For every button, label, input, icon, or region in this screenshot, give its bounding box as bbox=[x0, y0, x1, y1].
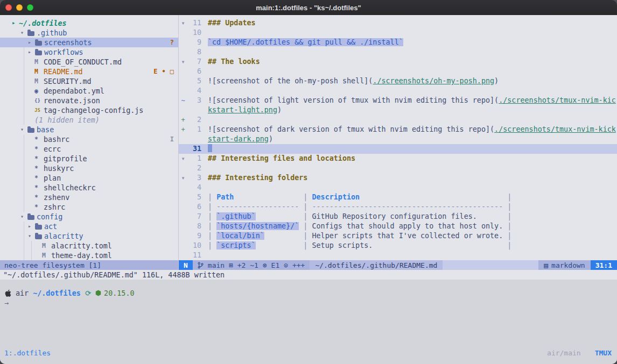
tree-item-screenshots[interactable]: ▸screenshots? bbox=[0, 38, 178, 47]
tree-item-ecrc[interactable]: *ecrc bbox=[0, 144, 178, 154]
tree-item-label: zshenv bbox=[44, 194, 69, 202]
expander-icon[interactable]: ▾ bbox=[20, 125, 27, 134]
tree-item-plan[interactable]: *plan bbox=[0, 173, 178, 183]
editor-line[interactable]: +2 bbox=[179, 115, 617, 125]
close-button[interactable] bbox=[5, 4, 12, 11]
text-cursor bbox=[208, 144, 212, 152]
tree-item-base[interactable]: ▾base bbox=[0, 125, 178, 134]
folder-icon bbox=[27, 31, 34, 36]
line-number: 3 bbox=[187, 96, 201, 105]
file-icon: ◉ bbox=[34, 87, 44, 95]
editor-current-line[interactable]: 31 bbox=[179, 144, 617, 154]
tree-item-label: plan bbox=[44, 174, 61, 182]
status-badge: • bbox=[162, 68, 166, 75]
editor-line[interactable]: ~3![screenshot of light version of tmux … bbox=[179, 96, 617, 115]
tree-item-zshenv[interactable]: *zshenv bbox=[0, 192, 178, 202]
editor-line[interactable]: +1![screenshot of dark version of tmux w… bbox=[179, 125, 617, 144]
statusline-filename: ~/.dotfiles/.github/README.md bbox=[310, 260, 443, 270]
editor-line[interactable]: 5| Path | Description | bbox=[179, 192, 617, 202]
editor-line[interactable]: 7| `.github` | GitHub Repository configu… bbox=[179, 212, 617, 222]
tree-item-tag-changelog-config-js[interactable]: JStag-changelog-config.js bbox=[0, 105, 178, 115]
editor-line[interactable]: 11 bbox=[179, 251, 617, 260]
tree-item-act[interactable]: ▸act bbox=[0, 222, 178, 231]
editor-line[interactable]: 4 bbox=[179, 86, 617, 96]
line-text: ### Updates bbox=[201, 18, 617, 28]
expander-icon[interactable]: ▾ bbox=[20, 28, 27, 38]
editor-line[interactable]: 9`cd $HOME/.dotfiles && git pull && ./in… bbox=[179, 38, 617, 47]
editor-line[interactable]: ▾11### Updates bbox=[179, 18, 617, 28]
editor-line[interactable]: ▾3### Interesting folders bbox=[179, 173, 617, 183]
titlebar[interactable]: main:1:.dotfiles - "ks~/.dotfiles" bbox=[0, 0, 617, 15]
line-number: 31 bbox=[187, 144, 201, 154]
editor-line[interactable]: 6| ------------------- | ---------------… bbox=[179, 202, 617, 212]
tree-item-security-md[interactable]: MSECURITY.md bbox=[0, 76, 178, 86]
git-refresh-icon: ⟳ bbox=[85, 289, 91, 297]
expander-icon[interactable]: ▾ bbox=[28, 231, 35, 241]
window-title: main:1:.dotfiles - "ks~/.dotfiles" bbox=[0, 4, 617, 12]
tree-item-workflows[interactable]: ▸workflows bbox=[0, 47, 178, 57]
tree-item-label: .github bbox=[37, 29, 67, 37]
line-number: 7 bbox=[187, 57, 201, 67]
expander-icon[interactable]: ▸ bbox=[28, 222, 35, 231]
folder-icon-wrap bbox=[35, 224, 44, 230]
line-number: 10 bbox=[187, 28, 201, 38]
zoom-button[interactable] bbox=[27, 4, 33, 11]
tree-item-shellcheckrc[interactable]: *shellcheckrc bbox=[0, 183, 178, 192]
tmux-window-tab[interactable]: 1:.dotfiles bbox=[4, 349, 51, 357]
tree-item-huskyrc[interactable]: *huskyrc bbox=[0, 163, 178, 173]
editor-line[interactable]: 4 bbox=[179, 183, 617, 192]
tree-item-dependabot-yml[interactable]: ◉dependabot.yml bbox=[0, 86, 178, 96]
tree-item-theme-day-toml[interactable]: Mtheme-day.toml bbox=[0, 251, 178, 260]
tree-item-label: workflows bbox=[44, 48, 83, 56]
line-number: 8 bbox=[187, 222, 201, 231]
editor-line[interactable]: 10 bbox=[179, 28, 617, 38]
editor-line[interactable]: 8 bbox=[179, 47, 617, 57]
tree-item-zshrc[interactable]: *zshrc bbox=[0, 202, 178, 212]
item-badges: E•□ bbox=[153, 68, 178, 75]
tree-item-readme-md[interactable]: MREADME.mdE•□ bbox=[0, 67, 178, 76]
folder-icon-wrap bbox=[27, 214, 37, 220]
editor-line[interactable]: ▾7## The looks bbox=[179, 57, 617, 67]
tree-item-alacritty[interactable]: ▾alacritty bbox=[0, 231, 178, 241]
line-text: ![screenshot of the oh-my-posh shell](./… bbox=[201, 76, 617, 86]
tree-item-bashrc[interactable]: *bashrcI bbox=[0, 134, 178, 144]
line-number: 9 bbox=[187, 38, 201, 47]
status-badge: □ bbox=[170, 68, 174, 75]
expander-icon[interactable]: ▸ bbox=[28, 38, 35, 47]
gutter-sign: ▾ bbox=[179, 154, 187, 163]
editor-line[interactable]: 2 bbox=[179, 163, 617, 173]
node-hexagon-icon bbox=[95, 290, 101, 296]
line-number: 10 bbox=[187, 241, 201, 251]
editor-pane[interactable]: ▾11### Updates109`cd $HOME/.dotfiles && … bbox=[178, 15, 617, 270]
editor-line[interactable]: 6 bbox=[179, 67, 617, 76]
editor-line[interactable]: 5![screenshot of the oh-my-posh shell](.… bbox=[179, 76, 617, 86]
tree-item-label: act bbox=[44, 223, 57, 231]
editor-line[interactable]: 8| `hosts/{hostname}/` | Configs that sh… bbox=[179, 222, 617, 231]
tree-item-dotfiles[interactable]: ▸~/.dotfiles bbox=[0, 18, 178, 28]
line-number: 11 bbox=[187, 18, 201, 28]
git-diff-stats: ⊞ +2 ~1 bbox=[229, 261, 258, 269]
tree-item-label: README.md bbox=[44, 68, 83, 76]
file-tree: ▸~/.dotfiles▾.github▸screenshots?▸workfl… bbox=[0, 15, 178, 260]
editor-line[interactable]: 10| `scripts` | Setup scripts. | bbox=[179, 241, 617, 251]
line-text bbox=[201, 144, 617, 154]
line-number: 2 bbox=[187, 115, 201, 125]
neotree-statusline: neo-tree filesystem [1] bbox=[0, 260, 178, 270]
line-text: | Path | Description | bbox=[201, 192, 617, 202]
tree-item-gitprofile[interactable]: *gitprofile bbox=[0, 154, 178, 163]
tree-item-1-hidden-item[interactable]: (1 hidden item) bbox=[0, 115, 178, 125]
tree-item-code-of-conduct-md[interactable]: MCODE_OF_CONDUCT.md bbox=[0, 57, 178, 67]
tree-item-label: ecrc bbox=[44, 145, 61, 153]
root-expander-icon[interactable]: ▸ bbox=[12, 18, 19, 28]
tree-item-alacritty-toml[interactable]: Malacritty.toml bbox=[0, 241, 178, 251]
tree-item-config[interactable]: ▾config bbox=[0, 212, 178, 222]
shell-pane[interactable]: air ~/.dotfiles ⟳ 20.15.0 → 1:.dotfiles … bbox=[0, 280, 617, 364]
tree-item-renovate-json[interactable]: {}renovate.json bbox=[0, 96, 178, 105]
expander-icon[interactable]: ▾ bbox=[20, 212, 27, 222]
expander-icon[interactable]: ▸ bbox=[28, 47, 35, 57]
editor-line[interactable]: 9| `local/bin` | Helper scripts that I'v… bbox=[179, 231, 617, 241]
tree-item-github[interactable]: ▾.github bbox=[0, 28, 178, 38]
editor-line[interactable]: ▾1## Interesting files and locations bbox=[179, 154, 617, 163]
folder-icon-wrap bbox=[35, 40, 44, 46]
minimize-button[interactable] bbox=[16, 4, 23, 11]
